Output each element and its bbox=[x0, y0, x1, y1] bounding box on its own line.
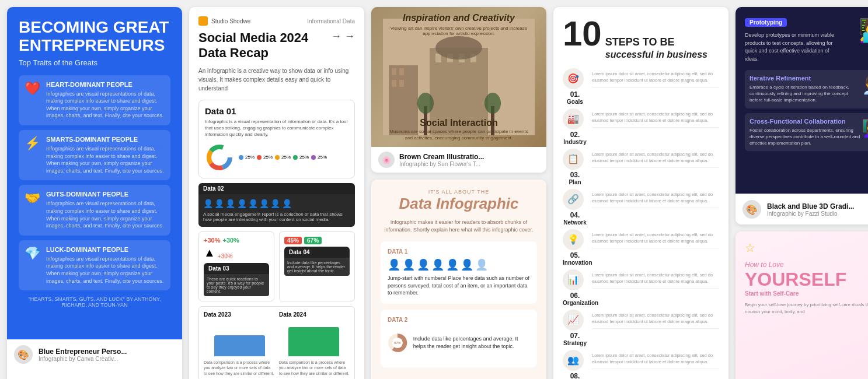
card6-data1: DATA 1 👤 👤 👤 👤 👤 👤 👤 Jump-start with num… bbox=[381, 241, 537, 304]
card8-content: ☆ ··· How to Love YOURSELF Start with Se… bbox=[735, 231, 868, 379]
card1-bottom: 🎨 Blue Entrepreneur Perso... Infographic… bbox=[7, 339, 182, 370]
step-left-3: 🔗 04. Network bbox=[563, 189, 587, 226]
card2-brand: Studio Shodwe bbox=[198, 16, 250, 26]
card3-bottom: 🌸 Brown Cream Illustratio... Infographic… bbox=[371, 147, 546, 173]
person2: 👤 bbox=[402, 258, 415, 271]
card1-section-guts: 🤝 GUTS-DOMINANT PEOPLE Infographics are … bbox=[19, 185, 170, 235]
step-circle-1: 🏭 bbox=[563, 108, 584, 129]
svg-rect-8 bbox=[392, 80, 396, 87]
card2-content: Studio Shodwe Informational Data Social … bbox=[189, 7, 364, 379]
card5-content: Prototyping Develop prototypes or minimu… bbox=[735, 7, 868, 194]
card-10-steps[interactable]: 10 STEPS TO BE successful in business 🎯 … bbox=[553, 7, 728, 379]
card3-bottom-sub: Infographic by Sun Flower's T... bbox=[399, 161, 484, 167]
card6-data2: DATA 2 67% Include data like percentages… bbox=[381, 310, 537, 367]
card2-data3-box: +30% +30% ▲ +30% Data 03 These are quick… bbox=[198, 231, 274, 301]
step-num-2: 03. bbox=[563, 171, 587, 179]
person-icon-gray: 👤 bbox=[282, 199, 292, 208]
step-goals: 🎯 01. Goals Lorem ipsum dolor sit amet, … bbox=[563, 68, 719, 105]
card2-legend: 25% 25% 25% 25% bbox=[239, 155, 327, 160]
card1-guts-title: GUTS-DOMINANT PEOPLE bbox=[46, 191, 165, 198]
step-left-4: 💡 05. Innovation bbox=[563, 229, 587, 266]
lightning-icon: ⚡ bbox=[25, 136, 40, 151]
card3-social-section: Social Interaction Museums are social sp… bbox=[389, 118, 529, 141]
card1-content: BECOMING GREAT ENTREPRENEURS Top Traits … bbox=[7, 7, 182, 339]
legend-label-5: 25% bbox=[318, 155, 327, 160]
legend-dot-3 bbox=[275, 155, 280, 160]
person-icon-yellow: 👤 bbox=[225, 199, 235, 208]
card2-data4-text: Include data like percentages and averag… bbox=[284, 258, 350, 276]
card-prototyping[interactable]: Prototyping Develop prototypes or minimu… bbox=[735, 7, 868, 224]
card6-data2-text: Include data like percentages and averag… bbox=[413, 335, 530, 350]
step-name-2: Plan bbox=[563, 179, 587, 185]
legend-item-2: 25% bbox=[257, 155, 273, 160]
card6-data2-label: DATA 2 bbox=[388, 317, 530, 323]
card4-big-num: 10 bbox=[563, 16, 602, 51]
step-right-6: Lorem ipsum dolor sit amet, consectetur … bbox=[592, 310, 719, 329]
card3-main-desc: Viewing art can inspire visitors' own cr… bbox=[377, 26, 541, 36]
step-right-0: Lorem ipsum dolor sit amet, consectetur … bbox=[592, 68, 719, 88]
step-plan: 📋 03. Plan Lorem ipsum dolor sit amet, c… bbox=[563, 149, 719, 185]
card1-smarts-title: SMARTS-DOMINANT PEOPLE bbox=[46, 136, 165, 143]
card6-data1-text: Jump-start with numbers! Place here data… bbox=[388, 275, 530, 297]
card5-person2-icon: 🧑‍💼 bbox=[862, 75, 868, 104]
bar-2023-desc: Data comparison is a process where you a… bbox=[204, 360, 274, 377]
card1-section-smarts: ⚡ SMARTS-DOMINANT PEOPLE Infographics ar… bbox=[19, 130, 170, 180]
card1-heart-title: HEART-DOMINANT PEOPLE bbox=[46, 81, 165, 88]
step-text-3: Lorem ipsum dolor sit amet, consectetur … bbox=[592, 191, 719, 205]
step-circle-3: 🔗 bbox=[563, 189, 584, 210]
bar-chart-labels: Data 2023 Data 2024 bbox=[204, 311, 350, 318]
step-num-4: 05. bbox=[563, 251, 587, 259]
card-inspiration[interactable]: Inspiration and Creativity Viewing art c… bbox=[371, 7, 546, 173]
card8-desc: Begin your self-love journey by prioriti… bbox=[745, 301, 868, 315]
data3-up1: +30% bbox=[204, 237, 220, 244]
legend-item-5: 25% bbox=[311, 155, 327, 160]
card2-data4-label: Data 04 bbox=[284, 247, 350, 258]
step-name-6: Strategy bbox=[563, 340, 587, 346]
card1-section-heart: ❤️ HEART-DOMINANT PEOPLE Infographics ar… bbox=[19, 75, 170, 125]
svg-point-15 bbox=[435, 36, 482, 59]
card1-avatar: 🎨 bbox=[14, 345, 33, 364]
step-num-5: 06. bbox=[563, 292, 587, 300]
card4-title-line2: successful in business bbox=[605, 49, 707, 60]
step-right-3: Lorem ipsum dolor sit amet, consectetur … bbox=[592, 189, 719, 209]
step-num-6: 07. bbox=[563, 332, 587, 340]
bar-2024-group bbox=[278, 327, 350, 356]
step-network: 🔗 04. Network Lorem ipsum dolor sit amet… bbox=[563, 189, 719, 226]
card-blue-entrepreneur[interactable]: BECOMING GREAT ENTREPRENEURS Top Traits … bbox=[7, 7, 182, 379]
svg-text:67%: 67% bbox=[394, 341, 400, 345]
donut-chart bbox=[205, 143, 234, 172]
card5-bottom-texts: Black and Blue 3D Gradi... Infographic b… bbox=[767, 202, 854, 217]
card5-collab-icon: 👩‍🏫 bbox=[862, 118, 868, 147]
card-social-media[interactable]: Studio Shodwe Informational Data Social … bbox=[189, 7, 364, 379]
card6-eyebrow: IT'S ALL ABOUT THE bbox=[381, 189, 537, 195]
card1-bottom-texts: Blue Entrepreneur Perso... Infographic b… bbox=[39, 348, 127, 362]
step-left-2: 📋 03. Plan bbox=[563, 149, 587, 185]
step-right-4: Lorem ipsum dolor sit amet, consectetur … bbox=[592, 229, 719, 249]
step-circle-0: 🎯 bbox=[563, 68, 584, 89]
card2-brand-name: Studio Shodwe bbox=[211, 18, 250, 24]
card1-title: BECOMING GREAT ENTREPRENEURS bbox=[19, 19, 170, 55]
card8-icons-row: ☆ bbox=[745, 241, 755, 255]
up-triangle-icon: ▲ bbox=[204, 246, 215, 259]
step-circle-4: 💡 bbox=[563, 229, 584, 250]
card1-luck-title: LUCK-DOMINANT PEOPLE bbox=[46, 246, 165, 253]
steps-container: 🎯 01. Goals Lorem ipsum dolor sit amet, … bbox=[563, 68, 719, 379]
card4-header: 10 STEPS TO BE successful in business bbox=[563, 16, 719, 60]
card2-data1-box: Data 01 Infographic is a visual represen… bbox=[198, 100, 355, 178]
bar-2023-group bbox=[204, 335, 276, 356]
bar-2023-label: Data 2023 bbox=[204, 311, 274, 318]
step-num-7: 08. bbox=[563, 372, 587, 379]
card-data-infographic[interactable]: IT'S ALL ABOUT THE Data Infographic Info… bbox=[371, 180, 546, 379]
card3-top-text: Inspiration and Creativity Viewing art c… bbox=[377, 13, 541, 36]
step-text-6: Lorem ipsum dolor sit amet, consectetur … bbox=[592, 312, 719, 325]
card4-content: 10 STEPS TO BE successful in business 🎯 … bbox=[553, 7, 728, 379]
diamond-icon: 💎 bbox=[25, 246, 40, 261]
data4-pct1: 45% bbox=[284, 237, 302, 244]
card-how-to-love[interactable]: ☆ ··· How to Love YOURSELF Start with Se… bbox=[735, 231, 868, 379]
card2-subtitle: An infographic is a creative way to show… bbox=[198, 66, 355, 93]
card2-data2-text: A social media engagement report is a co… bbox=[203, 212, 350, 222]
step-num-3: 04. bbox=[563, 211, 587, 219]
step-divider bbox=[592, 248, 719, 248]
card6-data1-label: DATA 1 bbox=[388, 248, 530, 255]
step-right-5: Lorem ipsum dolor sit amet, consectetur … bbox=[592, 269, 719, 289]
